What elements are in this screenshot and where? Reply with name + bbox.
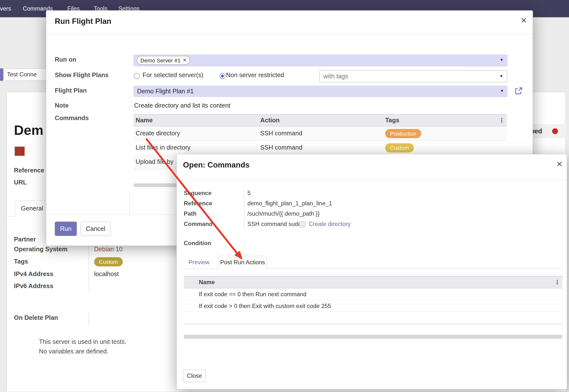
- path-label: Path: [184, 210, 197, 217]
- field-label-operating-system: Operating System: [14, 246, 68, 253]
- command-label: Command: [184, 221, 213, 227]
- chevron-down-icon[interactable]: ▾: [500, 57, 503, 62]
- flight-plan-value: Demo Flight Plan #1: [137, 86, 194, 97]
- server-tag[interactable]: Demo Server #1 ✕: [137, 56, 190, 65]
- path-value: /such/much/{{ demo_path }}: [247, 210, 320, 217]
- server-tag-label: Demo Server #1: [141, 57, 181, 63]
- field-column-divider-2: [244, 239, 244, 249]
- close-button[interactable]: Close: [183, 370, 206, 382]
- field-label-on-delete-plan: On Delete Plan: [14, 314, 58, 322]
- command-value: SSH command sudo: [247, 221, 301, 227]
- close-icon[interactable]: ✕: [519, 16, 529, 25]
- show-flight-plans-label: Show Flight Plans: [55, 72, 109, 79]
- chevron-down-icon[interactable]: ▾: [501, 88, 503, 93]
- cell-name: If exit code == 0 then Run next command: [199, 288, 306, 300]
- layout-divider: [129, 191, 130, 215]
- stage: vers Commands Files Tools Settings Test …: [0, 0, 569, 392]
- ipv4-value: localhost: [94, 270, 119, 278]
- radio-for-selected-servers[interactable]: [134, 73, 140, 79]
- field-label-reference: Reference: [14, 167, 44, 174]
- kebab-menu-icon[interactable]: ⋮: [499, 115, 505, 126]
- post-run-actions-table-header: Name ⋮: [184, 276, 562, 289]
- flight-plan-select[interactable]: Demo Flight Plan #1 ▾: [133, 86, 508, 97]
- cell-name: Create directory: [136, 126, 180, 140]
- cell-name: Upload file by: [136, 155, 173, 169]
- commands-label: Commands: [55, 115, 89, 122]
- kebab-menu-icon[interactable]: ⋮: [554, 276, 560, 288]
- modal-header-divider: [177, 180, 567, 180]
- unit-test-note-line-1: This server is used in unit tests.: [39, 338, 127, 346]
- tag-remove-icon[interactable]: ✕: [183, 58, 186, 63]
- chevron-down-icon[interactable]: ▾: [500, 73, 502, 79]
- column-header-tags[interactable]: Tags: [385, 115, 399, 126]
- field-label-ipv4: IPv4 Address: [14, 270, 53, 278]
- cancel-button[interactable]: Cancel: [81, 222, 111, 236]
- flight-plan-label: Flight Plan: [55, 87, 87, 95]
- reference-value: demo_flight_plan_1_plan_line_1: [247, 200, 332, 207]
- column-header-action[interactable]: Action: [260, 115, 280, 126]
- command-checkbox[interactable]: [299, 221, 305, 227]
- radio-for-selected-servers-label[interactable]: For selected server(s): [142, 72, 203, 79]
- field-column-divider-2: [89, 311, 89, 327]
- with-tags-placeholder: with tags: [324, 70, 348, 82]
- server-title: Dem: [14, 123, 43, 138]
- tag-badge-production: Production: [385, 129, 421, 138]
- tab-post-run-actions[interactable]: Post Run Actions: [218, 256, 267, 269]
- column-header-name[interactable]: Name: [136, 115, 153, 126]
- horizontal-scrollbar[interactable]: [184, 335, 562, 339]
- cell-action: SSH command: [260, 126, 302, 140]
- field-label-ipv6: IPv6 Address: [14, 283, 53, 290]
- cell-name: List files in directory: [136, 141, 190, 155]
- note-value: Create directory and list its content: [134, 102, 230, 110]
- close-icon[interactable]: ✕: [555, 160, 564, 169]
- field-label-tags: Tags: [14, 258, 28, 265]
- operating-system-value[interactable]: Debian 10: [94, 246, 123, 253]
- test-connection-button[interactable]: Test Conne: [3, 68, 47, 81]
- color-swatch[interactable]: [15, 147, 25, 156]
- field-column-divider: [244, 189, 244, 231]
- table-row[interactable]: If exit code == 0 then Run next command: [184, 288, 562, 300]
- sequence-value: 5: [247, 190, 251, 196]
- tag-badge-custom: Custom: [385, 143, 414, 152]
- nav-item-servers[interactable]: vers: [0, 0, 13, 17]
- open-commands-modal: Open: Commands ✕ Sequence Reference Path…: [176, 154, 567, 390]
- table-row[interactable]: List files in directory SSH command Cust…: [133, 141, 507, 155]
- commands-table-header: Name Action Tags ⋮: [133, 114, 507, 126]
- screen: vers Commands Files Tools Settings Test …: [0, 0, 569, 392]
- table-row[interactable]: If exit code > 0 then Exit with custom e…: [184, 300, 562, 312]
- run-flight-plan-modal-title: Run Flight Plan: [55, 17, 111, 26]
- run-button[interactable]: Run: [55, 222, 77, 236]
- primary-button-fragment[interactable]: [0, 68, 3, 81]
- modal-header-divider: [46, 34, 533, 34]
- column-header-name[interactable]: Name: [199, 276, 215, 288]
- status-red-dot-icon: [552, 128, 558, 134]
- cell-action: SSH command: [260, 141, 302, 155]
- external-link-icon[interactable]: [515, 87, 523, 95]
- tags-badge-custom[interactable]: Custom: [94, 257, 123, 266]
- table-row[interactable]: Create directory SSH command Production: [133, 126, 507, 141]
- tab-preview[interactable]: Preview: [189, 256, 210, 269]
- radio-non-server-restricted[interactable]: [219, 73, 225, 79]
- sequence-label: Sequence: [184, 190, 212, 196]
- post-run-actions-table: Name ⋮ If exit code == 0 then Run next c…: [184, 276, 562, 324]
- field-label-url: URL: [14, 179, 27, 186]
- create-directory-link[interactable]: Create directory: [309, 221, 351, 227]
- with-tags-select[interactable]: with tags ▾: [319, 70, 507, 82]
- cell-name: If exit code > 0 then Exit with custom e…: [199, 300, 331, 312]
- field-label-partner: Partner: [14, 236, 36, 243]
- reference-label: Reference: [184, 200, 212, 207]
- run-on-field[interactable]: Demo Server #1 ✕ ▾: [133, 54, 508, 66]
- note-label: Note: [55, 102, 69, 110]
- run-on-label: Run on: [55, 56, 76, 64]
- unit-test-note-line-2: No variables are defined.: [39, 348, 109, 355]
- radio-non-server-restricted-label[interactable]: Non server restricted: [226, 72, 284, 79]
- open-commands-modal-title: Open: Commands: [183, 161, 250, 169]
- condition-label: Condition: [184, 240, 211, 247]
